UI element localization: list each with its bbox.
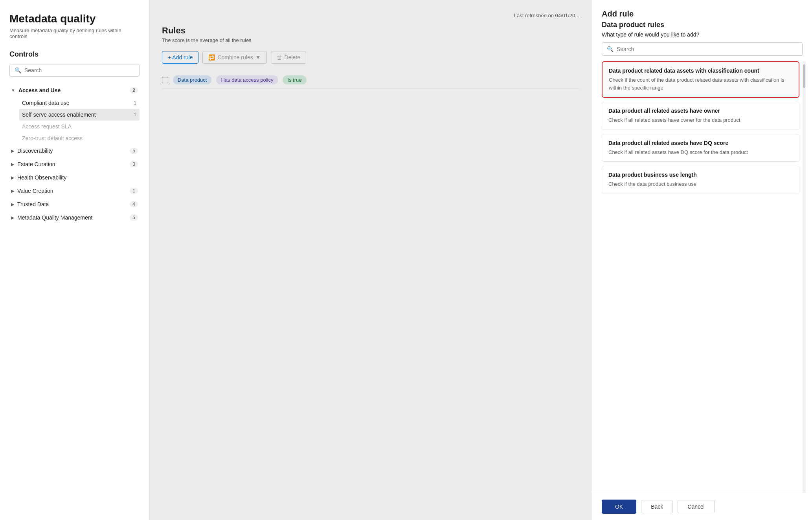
main-content: Last refreshed on 04/01/20... Rules The … <box>149 0 592 520</box>
dp-rules-title: Data product rules <box>602 21 803 29</box>
nav-count-discoverability: 5 <box>130 148 138 154</box>
rule-card-1[interactable]: Data product related data assets with cl… <box>602 61 799 98</box>
nav-item-metadata-quality-management[interactable]: ▶ Metadata Quality Management 5 <box>9 211 140 224</box>
nav-item-discoverability[interactable]: ▶ Discoverability 5 <box>9 144 140 157</box>
main-wrapper: Last refreshed on 04/01/20... Rules The … <box>149 0 812 520</box>
controls-search-input[interactable] <box>24 67 134 73</box>
nav-label-access-and-use: Access and Use <box>18 87 61 93</box>
add-rule-button[interactable]: + Add rule <box>162 51 198 64</box>
rule-type-label: What type of rule would you like to add? <box>602 31 803 38</box>
chevron-right-icon-2: ▶ <box>11 162 14 167</box>
sub-item-zero-trust: Zero-trust default access <box>19 132 140 144</box>
chevron-right-icon-3: ▶ <box>11 175 14 180</box>
nav-label-value-creation: Value Creation <box>17 188 53 194</box>
rule-checkbox[interactable] <box>162 77 168 83</box>
rule-row: Data product Has data access policy Is t… <box>162 71 579 89</box>
right-search-box[interactable]: 🔍 <box>602 42 803 56</box>
chevron-right-icon-6: ▶ <box>11 215 14 220</box>
nav-count-value-creation: 1 <box>130 188 138 194</box>
nav-label-metadata-quality: Metadata Quality Management <box>17 214 92 221</box>
search-icon: 🔍 <box>15 67 21 73</box>
delete-icon: 🗑 <box>277 54 282 60</box>
rule-list: Data product related data assets with cl… <box>599 61 803 493</box>
nav-label-estate-curation: Estate Curation <box>17 161 55 167</box>
toolbar: + Add rule 🔁 Combine rules ▼ 🗑 Delete <box>162 51 579 64</box>
rule-card-4-title: Data product business use length <box>608 172 793 178</box>
combine-icon: 🔁 <box>208 54 215 60</box>
nav-label-discoverability: Discoverability <box>17 148 53 154</box>
sub-item-self-serve[interactable]: Self-serve access enablement 1 <box>19 109 140 121</box>
controls-heading: Controls <box>9 50 140 59</box>
back-button[interactable]: Back <box>641 500 673 513</box>
cancel-button[interactable]: Cancel <box>678 500 715 513</box>
combine-rules-button[interactable]: 🔁 Combine rules ▼ <box>202 51 266 64</box>
tag-is-true: Is true <box>283 75 306 84</box>
rule-card-3[interactable]: Data product all related assets have DQ … <box>602 134 799 162</box>
delete-button[interactable]: 🗑 Delete <box>271 51 306 64</box>
rules-subtext: The score is the average of all the rule… <box>162 37 579 43</box>
chevron-right-icon-4: ▶ <box>11 189 14 194</box>
tag-data-product: Data product <box>173 75 211 84</box>
right-search-icon: 🔍 <box>607 46 614 52</box>
nav-count-estate-curation: 3 <box>130 161 138 167</box>
page-subtitle: Measure metadata quality by defining rul… <box>9 27 140 39</box>
nav-item-trusted-data[interactable]: ▶ Trusted Data 4 <box>9 198 140 211</box>
nav-count-trusted-data: 4 <box>130 201 138 207</box>
right-panel: Add rule Data product rules What type of… <box>592 0 812 520</box>
rule-card-1-desc: Check if the count of the data product r… <box>609 76 792 92</box>
chevron-right-icon-5: ▶ <box>11 202 14 207</box>
rules-heading: Rules <box>162 26 579 36</box>
chevron-down-icon: ▼ <box>11 88 15 93</box>
combine-rules-label: Combine rules <box>217 54 253 60</box>
add-rule-label: + Add rule <box>168 54 193 60</box>
nav-item-health-observability[interactable]: ▶ Health Observability <box>9 171 140 184</box>
rule-card-2-desc: Check if all related assets have owner f… <box>608 116 793 124</box>
sub-item-access-request-sla: Access request SLA <box>19 121 140 132</box>
nav-count-access-and-use: 2 <box>130 87 138 93</box>
chevron-down-icon-toolbar: ▼ <box>255 54 261 60</box>
sub-items-access-and-use: Compliant data use 1 Self-serve access e… <box>9 97 140 144</box>
rule-card-2-title: Data product all related assets have own… <box>608 108 793 114</box>
nav-item-estate-curation[interactable]: ▶ Estate Curation 3 <box>9 157 140 171</box>
right-search-input[interactable] <box>617 46 797 52</box>
nav-item-value-creation[interactable]: ▶ Value Creation 1 <box>9 184 140 198</box>
add-rule-title: Add rule <box>602 9 803 18</box>
nav-label-trusted-data: Trusted Data <box>17 201 49 207</box>
last-refreshed: Last refreshed on 04/01/20... <box>162 13 579 18</box>
page-title: Metadata quality <box>9 13 140 25</box>
chevron-right-icon: ▶ <box>11 148 14 154</box>
sub-item-compliant-data-use[interactable]: Compliant data use 1 <box>19 97 140 109</box>
rule-card-4-desc: Check if the data product business use <box>608 180 793 188</box>
tag-has-data-access-policy: Has data access policy <box>216 75 278 84</box>
nav-count-metadata-quality: 5 <box>130 214 138 221</box>
controls-search-box[interactable]: 🔍 <box>9 64 140 77</box>
ok-button[interactable]: OK <box>602 500 636 514</box>
rule-card-3-title: Data product all related assets have DQ … <box>608 140 793 146</box>
rule-card-3-desc: Check if all related assets have DQ scor… <box>608 148 793 156</box>
rule-card-2[interactable]: Data product all related assets have own… <box>602 102 799 130</box>
right-panel-header: Add rule Data product rules What type of… <box>592 0 812 61</box>
panel-footer: OK Back Cancel <box>592 493 812 520</box>
delete-label: Delete <box>285 54 300 60</box>
left-panel: Metadata quality Measure metadata qualit… <box>0 0 149 520</box>
rule-card-4[interactable]: Data product business use length Check i… <box>602 166 799 194</box>
nav-item-access-and-use[interactable]: ▼ Access and Use 2 <box>9 84 140 97</box>
scrollbar-track[interactable] <box>803 61 806 493</box>
scrollbar-thumb[interactable] <box>803 64 805 88</box>
nav-label-health-observability: Health Observability <box>17 174 66 181</box>
rule-card-1-title: Data product related data assets with cl… <box>609 68 792 74</box>
